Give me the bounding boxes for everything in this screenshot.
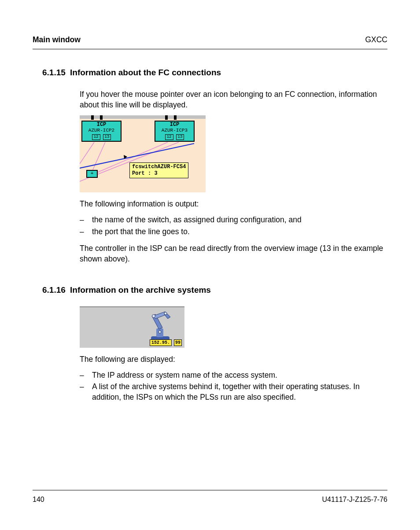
list-item-text: the name of the switch, as assigned duri…	[92, 214, 302, 225]
list-item: –the port that the line goes to.	[80, 226, 387, 237]
svg-line-1	[91, 142, 105, 173]
archive-diagram: 152.95. 99	[80, 306, 184, 348]
section-number: 6.1.16	[33, 285, 70, 295]
svg-point-9	[164, 312, 167, 315]
page-header: Main window GXCC	[33, 35, 387, 49]
page-footer: 140 U41117-J-Z125-7-76	[33, 490, 387, 504]
ip-badge: 152.95.	[150, 339, 172, 346]
archive-info-list: –The IP address or system name of the ac…	[80, 370, 387, 402]
list-item: –the name of the switch, as assigned dur…	[80, 214, 387, 225]
closing-paragraph: The controller in the ISP can be read di…	[80, 243, 387, 264]
fc-info-list: –the name of the switch, as assigned dur…	[80, 214, 387, 236]
content-area: 6.1.15 Information about the FC connecti…	[33, 49, 387, 403]
header-left: Main window	[33, 35, 81, 44]
fc-tooltip: fcswitchAZUR-FCS4 Port : 3	[129, 162, 188, 178]
list-item-text: the port that the line goes to.	[92, 226, 190, 237]
document-id: U41117-J-Z125-7-76	[322, 496, 387, 504]
section-heading: 6.1.15 Information about the FC connecti…	[33, 68, 387, 77]
expand-box-icon: +	[86, 170, 98, 178]
tooltip-switch-name: fcswitchAZUR-FCS4	[132, 164, 186, 170]
list-item: –A list of the archive systems behind it…	[80, 381, 387, 402]
count-badge: 99	[174, 339, 182, 346]
robot-arm-icon	[146, 310, 177, 342]
archive-figure: 152.95. 99	[80, 306, 387, 348]
page: Main window GXCC 6.1.15 Information abou…	[0, 0, 420, 530]
tooltip-port: Port : 3	[132, 170, 186, 177]
header-right: GXCC	[365, 35, 387, 44]
section-title: Information about the FC connections	[70, 68, 221, 77]
connection-lines	[80, 115, 206, 192]
list-item-text: A list of the archive systems behind it,…	[92, 381, 387, 402]
fc-connection-figure: ICP AZUR-ICP2 12 13 ICP AZUR-ICP3 12	[80, 115, 387, 192]
svg-line-0	[80, 142, 94, 164]
section-number: 6.1.15	[33, 68, 70, 77]
list-item-text: The IP address or system name of the acc…	[92, 370, 277, 380]
section-title: Information on the archive systems	[70, 285, 211, 295]
section-body: 152.95. 99 The following are displayed: …	[80, 306, 387, 403]
list-item: –The IP address or system name of the ac…	[80, 370, 387, 380]
section-archive-systems: 6.1.16 Information on the archive system…	[33, 285, 387, 403]
section-fc-connections: 6.1.15 Information about the FC connecti…	[33, 68, 387, 264]
output-lead-in: The following information is output:	[80, 199, 387, 209]
fc-diagram: ICP AZUR-ICP2 12 13 ICP AZUR-ICP3 12	[80, 115, 206, 192]
svg-point-8	[152, 314, 155, 317]
section-body: If you hover the mouse pointer over an i…	[80, 89, 387, 264]
svg-point-10	[158, 331, 161, 333]
section-heading: 6.1.16 Information on the archive system…	[33, 285, 387, 295]
page-number: 140	[33, 496, 44, 504]
intro-paragraph: If you hover the mouse pointer over an i…	[80, 89, 387, 110]
output-lead-in: The following are displayed:	[80, 354, 387, 364]
